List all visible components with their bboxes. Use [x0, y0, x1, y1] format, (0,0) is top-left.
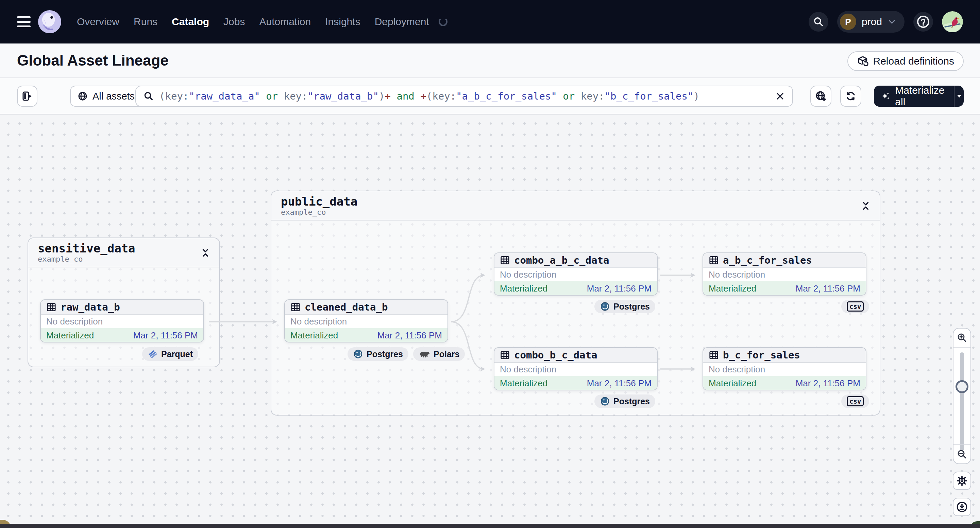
asset-node-header: a_b_c_for_sales: [703, 253, 866, 268]
asset-description: No description: [285, 315, 447, 328]
badge-row-combo-b-c-data: Postgres: [594, 395, 655, 408]
asset-status-row: Materialized Mar 2, 11:56 PM: [41, 328, 204, 342]
table-icon: [46, 302, 56, 312]
asset-description: No description: [41, 315, 204, 328]
lineage-toolbar: All assets (key:"raw_data_a" or key:"raw…: [0, 78, 980, 114]
help-button[interactable]: [913, 12, 933, 32]
badge-row-cleaned-data-b: Postgres Polars: [347, 347, 465, 361]
page-title: Global Asset Lineage: [17, 52, 169, 69]
environment-switcher[interactable]: P prod: [837, 11, 905, 33]
caret-down-icon: [956, 93, 963, 100]
box-reload-icon: [857, 55, 869, 67]
asset-node-combo-b-c-data[interactable]: combo_b_c_data No description Materializ…: [494, 347, 658, 390]
search-button[interactable]: [809, 12, 828, 32]
asset-name: combo_b_c_data: [514, 349, 597, 361]
postgres-icon: [600, 301, 610, 312]
badge-row-b-c-for-sales: csv: [841, 395, 869, 408]
badge-label: Polars: [434, 349, 460, 359]
gear-icon: [956, 475, 968, 487]
window-bottom-edge: [0, 524, 980, 528]
postgres-icon: [353, 349, 363, 359]
asset-node-cleaned-data-b[interactable]: cleaned_data_b No description Materializ…: [284, 299, 448, 342]
zoom-out-button[interactable]: [953, 444, 970, 463]
nav-item-overview[interactable]: Overview: [77, 16, 119, 27]
status-timestamp: Mar 2, 11:56 PM: [587, 283, 652, 294]
status-timestamp: Mar 2, 11:56 PM: [796, 283, 860, 294]
kind-badge-parquet[interactable]: Parquet: [142, 347, 198, 361]
asset-status-row: Materialized Mar 2, 11:56 PM: [285, 328, 447, 342]
lineage-canvas[interactable]: sensitive_data example_co public_data ex…: [0, 114, 980, 528]
status-label: Materialized: [500, 283, 547, 294]
nav-item-insights[interactable]: Insights: [325, 16, 360, 27]
table-icon: [500, 255, 510, 265]
asset-name: cleaned_data_b: [305, 301, 388, 313]
kind-badge-postgres[interactable]: Postgres: [594, 300, 655, 313]
asset-node-a-b-c-for-sales[interactable]: a_b_c_for_sales No description Materiali…: [703, 252, 866, 296]
status-label: Materialized: [46, 330, 94, 341]
postgres-icon: [600, 396, 610, 406]
polars-bear-icon: [418, 350, 430, 358]
top-navbar: Overview Runs Catalog Jobs Automation In…: [0, 0, 980, 43]
nav-links: Overview Runs Catalog Jobs Automation In…: [77, 16, 447, 27]
status-label: Materialized: [290, 330, 338, 341]
asset-group-header[interactable]: public_data example_co: [271, 191, 880, 220]
materialize-all-label: Materialize all: [895, 85, 947, 108]
asset-status-row: Materialized Mar 2, 11:56 PM: [703, 281, 866, 296]
nav-item-deployment[interactable]: Deployment: [375, 16, 429, 27]
refresh-icon: [845, 91, 856, 101]
collapse-group-button[interactable]: [200, 247, 211, 258]
nav-item-automation[interactable]: Automation: [259, 16, 311, 27]
hamburger-menu-icon[interactable]: [17, 16, 30, 27]
kind-badge-polars[interactable]: Polars: [413, 347, 465, 361]
materialize-options-button[interactable]: [954, 86, 964, 107]
asset-node-raw-data-b[interactable]: raw_data_b No description Materialized M…: [40, 299, 204, 342]
kind-badge-postgres[interactable]: Postgres: [347, 347, 408, 361]
refresh-button[interactable]: [840, 86, 861, 107]
asset-query-input[interactable]: (key:"raw_data_a" or key:"raw_data_b")+ …: [135, 86, 793, 107]
dagster-logo[interactable]: [38, 10, 61, 33]
nav-item-jobs[interactable]: Jobs: [223, 16, 245, 27]
user-avatar[interactable]: [942, 11, 963, 32]
asset-query-text: (key:"raw_data_a" or key:"raw_data_b")+ …: [159, 90, 775, 102]
asset-scope-label: All assets: [92, 91, 135, 102]
reload-definitions-button[interactable]: Reload definitions: [847, 51, 964, 71]
download-graph-button[interactable]: [953, 498, 971, 516]
globe-icon: [78, 91, 88, 101]
download-icon: [956, 501, 968, 513]
materialize-all-button[interactable]: Materialize all: [874, 86, 954, 107]
kind-badge-csv[interactable]: csv: [841, 395, 869, 408]
asset-node-combo-a-b-c-data[interactable]: combo_a_b_c_data No description Material…: [494, 252, 658, 296]
asset-group-header[interactable]: sensitive_data example_co: [28, 238, 220, 267]
kind-badge-postgres[interactable]: Postgres: [594, 395, 655, 408]
zoom-slider-handle[interactable]: [956, 380, 969, 393]
asset-node-header: combo_a_b_c_data: [495, 253, 657, 268]
toggle-sidebar-button[interactable]: [17, 86, 37, 107]
nav-right-cluster: P prod: [809, 11, 963, 33]
asset-name: raw_data_b: [60, 301, 120, 313]
badge-row-a-b-c-for-sales: csv: [841, 300, 869, 313]
clear-query-icon[interactable]: [775, 91, 785, 101]
zoom-in-button[interactable]: [953, 328, 970, 347]
asset-node-b-c-for-sales[interactable]: b_c_for_sales No description Materialize…: [703, 347, 866, 390]
table-icon: [709, 255, 719, 265]
group-repo-label: example_co: [38, 255, 220, 263]
fetch-remote-assets-button[interactable]: [810, 86, 831, 107]
collapse-group-button[interactable]: [860, 200, 872, 212]
collapse-icon: [861, 201, 870, 210]
avatar-bird-image: [942, 11, 963, 32]
badge-label: Parquet: [161, 349, 193, 359]
status-label: Materialized: [709, 378, 756, 389]
kind-badge-csv[interactable]: csv: [841, 300, 869, 313]
nav-item-catalog[interactable]: Catalog: [172, 16, 209, 27]
asset-node-header: combo_b_c_data: [495, 348, 657, 363]
zoom-control-panel: [953, 328, 971, 464]
asset-description: No description: [703, 268, 866, 281]
zoom-slider-track[interactable]: [960, 352, 964, 451]
badge-label: Postgres: [367, 349, 403, 359]
page-header: Global Asset Lineage Reload definitions: [0, 43, 980, 78]
graph-settings-button[interactable]: [953, 472, 971, 490]
materialize-all-split-button: Materialize all: [874, 86, 964, 107]
group-repo-label: example_co: [281, 208, 880, 216]
status-label: Materialized: [500, 378, 547, 389]
nav-item-runs[interactable]: Runs: [134, 16, 158, 27]
